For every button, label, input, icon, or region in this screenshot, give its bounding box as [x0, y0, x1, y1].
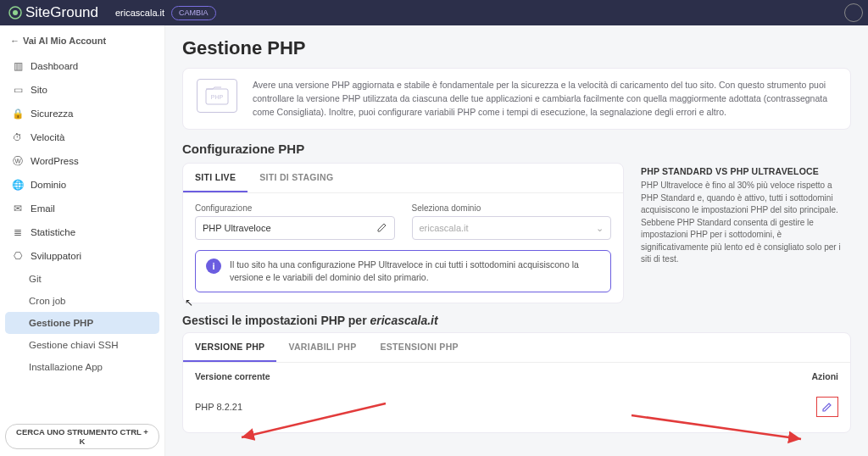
edit-version-button[interactable]: [816, 397, 838, 417]
avatar[interactable]: [844, 3, 863, 22]
brand-icon: [8, 6, 22, 19]
sidebar-item-label: Sito: [31, 85, 47, 95]
sidebar-item-label: Dominio: [31, 180, 66, 190]
domain-field-label: Seleziona dominio: [412, 203, 612, 213]
sidebar-item-label: Git: [29, 274, 42, 284]
sidebar-sub-install-app[interactable]: Installazione App: [5, 356, 159, 378]
dev-icon: ⎔: [12, 250, 24, 262]
sidebar-item-dashboard[interactable]: ▥Dashboard: [5, 54, 159, 78]
page-title: Gestione PHP: [182, 37, 851, 59]
chevron-down-icon: ⌄: [596, 223, 604, 234]
search-tool-pill[interactable]: CERCA UNO STRUMENTO CTRL + K: [5, 424, 159, 449]
settings-tabs: VERSIONE PHP VARIABILI PHP ESTENSIONI PH…: [183, 333, 850, 363]
sidebar-sub-gestione-php[interactable]: Gestione PHP: [5, 312, 159, 334]
domain-select-value: ericascala.it: [420, 223, 469, 233]
sidebar-sub-git[interactable]: Git: [5, 268, 159, 290]
config-section-title: Configurazione PHP: [182, 142, 851, 156]
sidebar-item-label: Gestione PHP: [29, 318, 93, 328]
mail-icon: ✉: [12, 203, 24, 214]
banner-text: Avere una versione PHP aggiornata e stab…: [253, 79, 837, 119]
current-domain: ericascala.it CAMBIA: [115, 6, 216, 20]
sidebar-item-label: Cron job: [29, 296, 65, 306]
manage-title-domain: ericascala.it: [370, 314, 437, 327]
col-actions-label: Azioni: [812, 371, 839, 381]
config-tabs: SITI LIVE SITI DI STAGING: [183, 164, 623, 193]
sidebar-sub-ssh[interactable]: Gestione chiavi SSH: [5, 334, 159, 356]
sidebar-item-label: Sicurezza: [31, 108, 74, 119]
hint-box: i Il tuo sito ha una configurazione PHP …: [195, 250, 611, 292]
sidebar-item-label: Email: [31, 203, 55, 214]
sidebar-sub-cronjob[interactable]: Cron job: [5, 290, 159, 312]
tab-siti-live[interactable]: SITI LIVE: [183, 164, 248, 192]
sidebar-item-label: Velocità: [31, 132, 64, 142]
sidebar-item-label: WordPress: [31, 156, 79, 166]
sidebar-item-sicurezza[interactable]: 🔒Sicurezza: [5, 102, 159, 125]
sidebar-item-label: Statistiche: [31, 227, 75, 237]
aside-title: PHP STANDARD VS PHP ULTRAVELOCE: [641, 166, 848, 176]
brand-logo[interactable]: SiteGround: [8, 4, 98, 21]
domain-text: ericascala.it: [115, 8, 164, 18]
info-icon: i: [206, 259, 221, 274]
info-banner: PHP Avere una versione PHP aggiornata e …: [182, 68, 851, 130]
col-version-label: Versione corrente: [195, 371, 270, 381]
brand-text: SiteGround: [25, 4, 98, 21]
manage-title: Gestisci le impostazioni PHP per ericasc…: [182, 314, 851, 327]
globe-icon: 🌐: [12, 179, 24, 191]
current-php-version: PHP 8.2.21: [195, 402, 242, 412]
sidebar-item-label: Dashboard: [31, 61, 78, 71]
wordpress-icon: ⓦ: [12, 155, 24, 167]
stats-icon: ≣: [12, 226, 24, 238]
tab-variabili-php[interactable]: VARIABILI PHP: [276, 333, 368, 362]
arrow-left-icon: ←: [10, 36, 19, 46]
aside-text: PHP Ultraveloce è fino al 30% più veloce…: [641, 180, 848, 266]
sidebar-item-velocita[interactable]: ⏱Velocità: [5, 125, 159, 149]
pencil-icon: [377, 222, 387, 234]
aside-card: PHP STANDARD VS PHP ULTRAVELOCE PHP Ultr…: [637, 163, 851, 266]
settings-card: VERSIONE PHP VARIABILI PHP ESTENSIONI PH…: [182, 332, 851, 433]
config-select[interactable]: PHP Ultraveloce: [195, 216, 395, 240]
sidebar-item-sito[interactable]: ▭Sito: [5, 78, 159, 102]
sidebar-item-dominio[interactable]: 🌐Dominio: [5, 173, 159, 197]
php-folder-icon: PHP: [197, 79, 237, 113]
config-select-value: PHP Ultraveloce: [203, 223, 271, 233]
back-to-account-link[interactable]: ← Vai Al Mio Account: [5, 32, 159, 54]
tab-siti-staging[interactable]: SITI DI STAGING: [248, 164, 345, 192]
mouse-cursor-icon: ↖: [185, 297, 193, 309]
main-content: Gestione PHP PHP Avere una versione PHP …: [165, 25, 868, 456]
sidebar-item-label: Installazione App: [29, 362, 103, 372]
config-field-label: Configurazione: [195, 203, 395, 213]
sidebar-item-email[interactable]: ✉Email: [5, 197, 159, 220]
dashboard-icon: ▥: [12, 60, 24, 72]
sidebar-item-label: Sviluppatori: [31, 251, 81, 261]
sidebar-item-sviluppatori[interactable]: ⎔Sviluppatori: [5, 244, 159, 268]
pencil-icon: [822, 402, 832, 412]
change-domain-button[interactable]: CAMBIA: [171, 6, 216, 20]
back-label: Vai Al Mio Account: [23, 36, 106, 46]
svg-point-1: [13, 10, 18, 15]
tab-versione-php[interactable]: VERSIONE PHP: [183, 333, 276, 362]
sidebar-item-label: Gestione chiavi SSH: [29, 340, 118, 350]
sidebar: ← Vai Al Mio Account ▥Dashboard ▭Sito 🔒S…: [0, 25, 165, 456]
hint-text: Il tuo sito ha una configurazione PHP Ul…: [230, 259, 600, 283]
site-icon: ▭: [12, 84, 24, 96]
sidebar-item-statistiche[interactable]: ≣Statistiche: [5, 220, 159, 244]
manage-title-prefix: Gestisci le impostazioni PHP per: [182, 314, 370, 327]
tab-estensioni-php[interactable]: ESTENSIONI PHP: [369, 333, 470, 362]
domain-select[interactable]: ericascala.it ⌄: [412, 216, 612, 240]
config-card: SITI LIVE SITI DI STAGING Configurazione…: [182, 163, 624, 303]
speed-icon: ⏱: [12, 131, 24, 143]
svg-text:PHP: PHP: [211, 94, 224, 100]
topbar: SiteGround ericascala.it CAMBIA: [0, 0, 868, 25]
sidebar-item-wordpress[interactable]: ⓦWordPress: [5, 149, 159, 173]
lock-icon: 🔒: [12, 108, 24, 120]
